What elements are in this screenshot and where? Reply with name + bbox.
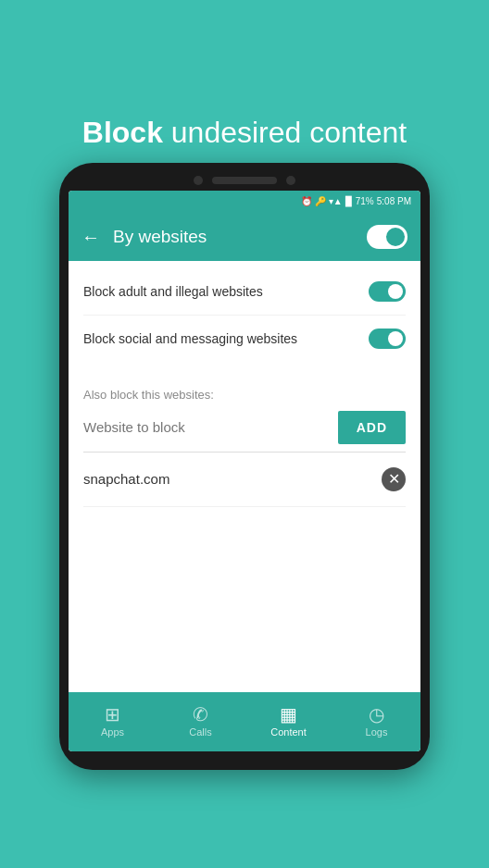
empty-space	[83, 507, 406, 692]
blocked-site-name: snapchat.com	[83, 471, 169, 487]
camera-right	[286, 176, 295, 185]
status-icons: ⏰ 🔑 ▾▲ ▉ 71% 5:08 PM	[301, 196, 411, 206]
calls-icon: ✆	[193, 705, 208, 724]
also-block-label: Also block this websites:	[83, 388, 406, 402]
nav-content[interactable]: ▦ Content	[244, 692, 332, 751]
app-bar-title: By websites	[113, 227, 354, 247]
phone-screen: ⏰ 🔑 ▾▲ ▉ 71% 5:08 PM ← By websites Block…	[69, 191, 420, 751]
settings-card: Block adult and illegal websites Block s…	[69, 261, 420, 369]
nav-apps[interactable]: ⊞ Apps	[69, 692, 157, 751]
logs-icon: ◷	[369, 705, 384, 724]
bottom-nav: ⊞ Apps ✆ Calls ▦ Content ◷ Logs	[69, 692, 420, 751]
back-button[interactable]: ←	[82, 228, 100, 246]
apps-icon: ⊞	[105, 705, 120, 724]
battery-percent: 71%	[356, 196, 374, 206]
key-icon: 🔑	[315, 196, 326, 206]
block-adult-row: Block adult and illegal websites	[83, 268, 406, 316]
app-bar: ← By websites	[69, 213, 420, 261]
also-block-section: Also block this websites: ADD snapchat.c…	[69, 377, 420, 692]
add-button[interactable]: ADD	[338, 411, 406, 444]
nav-logs-label: Logs	[366, 726, 388, 738]
block-social-row: Block social and messaging websites	[83, 316, 406, 362]
status-bar: ⏰ 🔑 ▾▲ ▉ 71% 5:08 PM	[69, 191, 420, 213]
phone-bottom	[69, 751, 420, 761]
signal-icon: ▾▲	[329, 196, 343, 206]
main-toggle[interactable]	[367, 225, 408, 249]
block-adult-label: Block adult and illegal websites	[83, 284, 263, 299]
time-display: 5:08 PM	[377, 196, 411, 206]
nav-calls[interactable]: ✆ Calls	[157, 692, 244, 751]
camera	[194, 176, 203, 185]
content-icon: ▦	[280, 705, 297, 724]
battery-icon: ▉	[345, 196, 353, 206]
nav-calls-label: Calls	[189, 726, 211, 738]
alarm-icon: ⏰	[301, 196, 312, 206]
block-social-label: Block social and messaging websites	[83, 331, 297, 346]
add-website-row: ADD	[83, 411, 406, 453]
remove-site-button[interactable]: ✕	[382, 467, 406, 491]
nav-logs[interactable]: ◷ Logs	[332, 692, 420, 751]
block-adult-toggle[interactable]	[369, 281, 406, 302]
page-title: Block undesired content	[64, 99, 425, 163]
nav-content-label: Content	[270, 726, 307, 738]
phone-top	[69, 176, 420, 185]
phone-frame: ⏰ 🔑 ▾▲ ▉ 71% 5:08 PM ← By websites Block…	[59, 163, 430, 770]
website-input[interactable]	[83, 412, 338, 442]
block-social-toggle[interactable]	[369, 329, 406, 349]
speaker	[212, 177, 277, 184]
nav-apps-label: Apps	[101, 726, 124, 738]
blocked-site-row: snapchat.com ✕	[83, 453, 406, 507]
